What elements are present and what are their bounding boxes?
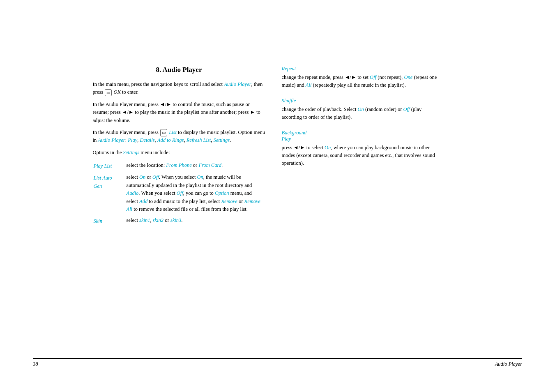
off-link-1: Off bbox=[152, 174, 159, 180]
from-card-link: From Card bbox=[198, 162, 221, 168]
page-title: 8. Audio Player bbox=[93, 66, 265, 74]
footer-page-number: 38 bbox=[33, 361, 38, 367]
details-link: Details bbox=[140, 137, 154, 143]
audio-player-settings-link: Audio Player bbox=[98, 137, 125, 143]
repeat-section: Repeat change the repeat mode, press ◄/►… bbox=[282, 66, 438, 90]
table-row: Skin select skin1, skin2 or skin3. bbox=[93, 215, 265, 227]
skin3-link: skin3 bbox=[170, 217, 181, 223]
on-shuffle-link: On bbox=[358, 106, 364, 112]
desc-skin: select skin1, skin2 or skin3. bbox=[126, 215, 265, 227]
audio-link: Audio bbox=[127, 190, 139, 196]
off-link-2: Off bbox=[177, 190, 183, 196]
one-link: One bbox=[404, 74, 412, 80]
repeat-header: Repeat bbox=[282, 66, 438, 72]
term-play-list: Play List bbox=[93, 160, 126, 172]
shuffle-header: Shuffle bbox=[282, 98, 438, 104]
intro-paragraph-3: In the Audio Player menu, press ▭ List t… bbox=[93, 129, 265, 145]
add-rings-link: Add to Rings bbox=[157, 137, 184, 143]
desc-list-auto-gen: select On or Off. When you select On, th… bbox=[126, 172, 265, 215]
audio-player-link: Audio Player bbox=[224, 81, 251, 87]
remove-link: Remove bbox=[221, 198, 237, 204]
settings-link: Settings bbox=[214, 137, 230, 143]
all-link: All bbox=[306, 82, 312, 88]
off-repeat-link: Off bbox=[370, 74, 376, 80]
list-link: List bbox=[169, 129, 177, 135]
term-skin: Skin bbox=[93, 215, 126, 227]
footer-section-name: Audio Player bbox=[495, 361, 522, 367]
on-link-1: On bbox=[139, 174, 145, 180]
play-link: Play bbox=[128, 137, 137, 143]
page-content: 8. Audio Player In the main menu, press … bbox=[93, 66, 463, 227]
on-bg-link: On bbox=[325, 145, 331, 150]
add-link: Add bbox=[139, 198, 147, 204]
from-phone-link: From Phone bbox=[166, 162, 191, 168]
skin2-link: skin2 bbox=[153, 217, 164, 223]
table-row: Play List select the location: From Phon… bbox=[93, 160, 265, 172]
refresh-link: Refresh List bbox=[187, 137, 211, 143]
footer: 38 Audio Player bbox=[33, 358, 522, 367]
off-shuffle-link: Off bbox=[403, 106, 410, 112]
term-list-auto-gen: List Auto Gen bbox=[93, 172, 126, 215]
options-table: Play List select the location: From Phon… bbox=[93, 160, 265, 227]
option-link: Option bbox=[215, 190, 229, 196]
background-section: BackgroundPlay press ◄/► to select On, w… bbox=[282, 130, 438, 168]
page-container: 8. Audio Player In the main menu, press … bbox=[0, 0, 555, 392]
table-row: List Auto Gen select On or Off. When you… bbox=[93, 172, 265, 215]
options-label: Options in the Settings menu include: bbox=[93, 149, 265, 157]
desc-play-list: select the location: From Phone or From … bbox=[126, 160, 265, 172]
skin1-link: skin1 bbox=[139, 217, 150, 223]
ok-icon: ▭ bbox=[105, 89, 112, 97]
intro-paragraph-2: In the Audio Player menu, press ◄/► to c… bbox=[93, 101, 265, 125]
shuffle-section: Shuffle change the order of playback. Se… bbox=[282, 98, 438, 122]
shuffle-text: change the order of playback. Select On … bbox=[282, 106, 438, 122]
intro-paragraph-1: In the main menu, press the navigation k… bbox=[93, 81, 265, 97]
right-column: Repeat change the repeat mode, press ◄/►… bbox=[282, 66, 438, 227]
ok-label: OK bbox=[113, 89, 120, 95]
settings-label: Settings bbox=[123, 150, 139, 155]
list-icon: ▭ bbox=[160, 129, 167, 136]
background-text: press ◄/► to select On, where you can pl… bbox=[282, 144, 438, 168]
background-header: BackgroundPlay bbox=[282, 130, 438, 142]
on-link-2: On bbox=[197, 174, 203, 180]
repeat-text: change the repeat mode, press ◄/► to set… bbox=[282, 74, 438, 90]
left-column: 8. Audio Player In the main menu, press … bbox=[93, 66, 265, 227]
